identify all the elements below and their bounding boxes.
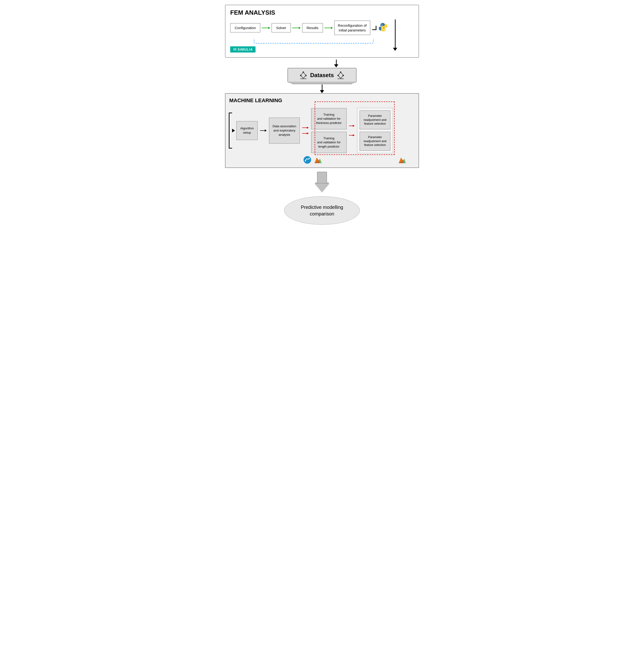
training-thickness-box: Training and validation for thickness pr… <box>311 108 347 130</box>
svg-line-11 <box>301 72 303 75</box>
training-column: Training and validation for thickness pr… <box>311 108 347 153</box>
datasets-section: Datasets <box>288 67 356 83</box>
ml-title: MACHINE LEARNING <box>229 97 415 103</box>
svg-line-13 <box>301 75 303 78</box>
left-feedback-arrowhead <box>232 129 235 133</box>
reconfig-arrow-down <box>372 26 376 30</box>
svg-point-6 <box>382 25 382 26</box>
ml-icons-left <box>303 156 322 164</box>
configuration-box: Configuration <box>230 23 260 32</box>
training-length-box: Training and validation for length predi… <box>311 132 347 153</box>
arrow-to-length <box>302 132 309 135</box>
fem-flow-wrapper: Configuration Solver Results Reconf <box>230 21 414 45</box>
ml-icons-right <box>398 156 407 164</box>
svg-line-12 <box>303 72 306 75</box>
svg-line-19 <box>338 72 341 75</box>
simulia-badge: 3S SIMULIA <box>230 46 255 52</box>
svg-marker-1 <box>268 27 270 29</box>
matlab-icon-left <box>314 156 322 164</box>
param-box-1: Parameter readjustment and feature selec… <box>360 111 390 130</box>
arrow-to-thickness <box>302 126 309 129</box>
solver-box: Solver <box>272 23 291 32</box>
reconfig-to-datasets-arrow <box>393 19 397 51</box>
arrow-fem-to-datasets <box>306 60 338 67</box>
svg-marker-31 <box>353 125 355 127</box>
ml-flow: Algorithm setup Data association and exp… <box>236 108 415 153</box>
arrows-to-params <box>349 124 355 137</box>
fem-analysis-box: FEM ANALYSIS Configuration Solver Result… <box>225 5 419 58</box>
algo-label: Algorithm setup <box>240 126 254 135</box>
ml-box: MACHINE LEARNING Algorithm setup Data as… <box>225 93 419 168</box>
training-length-label: Training and validation for length predi… <box>317 136 341 149</box>
blue-dashed-feedback <box>230 39 414 45</box>
dataset-icon-left <box>300 71 307 79</box>
sklearn-icon <box>303 156 312 164</box>
param-box-2: Parameter readjustment and feature selec… <box>360 132 390 151</box>
ds-text: 3S <box>233 48 236 51</box>
svg-marker-25 <box>265 130 267 132</box>
dataset-icon-right <box>337 71 344 79</box>
svg-point-34 <box>303 156 311 164</box>
svg-line-21 <box>338 75 341 78</box>
simulia-text: SIMULIA <box>237 48 253 51</box>
matlab-icon-right <box>398 156 407 164</box>
arrow-results-to-reconfig <box>324 26 333 30</box>
reconfig-box: Reconfiguration ofinitial parameters <box>334 21 370 35</box>
data-assoc-box: Data association and exploratory analysi… <box>269 118 300 144</box>
arrow-len-to-param2 <box>349 134 355 137</box>
arrow-split <box>302 126 309 135</box>
algo-setup-box: Algorithm setup <box>236 121 258 140</box>
big-arrow-to-output <box>315 172 329 192</box>
training-thickness-label: Training and validation for thickness pr… <box>316 113 342 125</box>
datasets-box: Datasets <box>288 68 356 83</box>
arrow-datasets-to-ml <box>320 85 324 93</box>
param-boxes: Parameter readjustment and feature selec… <box>360 111 390 151</box>
arrow-solver-to-results <box>292 26 301 30</box>
svg-point-35 <box>305 160 306 162</box>
main-diagram: FEM ANALYSIS Configuration Solver Result… <box>225 5 419 225</box>
svg-marker-3 <box>299 27 301 29</box>
svg-marker-29 <box>307 133 309 134</box>
python-icon <box>378 22 388 33</box>
param-label-2: Parameter readjustment and feature selec… <box>364 135 387 147</box>
arrow-config-to-solver <box>262 26 270 30</box>
results-box: Results <box>302 23 323 32</box>
arrow-thick-to-param1 <box>349 124 355 127</box>
svg-line-20 <box>341 72 343 75</box>
fem-title: FEM ANALYSIS <box>230 9 414 16</box>
data-assoc-label: Data association and exploratory analysi… <box>273 124 296 137</box>
svg-marker-27 <box>307 127 309 129</box>
param-label-1: Parameter readjustment and feature selec… <box>364 114 387 126</box>
output-label: Predictive modelling comparison <box>301 204 343 217</box>
arrow-algo-to-dataassoc <box>260 129 267 133</box>
output-ellipse: Predictive modelling comparison <box>284 196 360 225</box>
datasets-label: Datasets <box>310 72 334 78</box>
svg-point-7 <box>384 29 385 30</box>
svg-line-22 <box>341 75 343 78</box>
svg-marker-33 <box>353 134 355 136</box>
svg-marker-5 <box>331 27 333 29</box>
fem-flow: Configuration Solver Results Reconf <box>230 21 414 35</box>
param-section: Parameter readjustment and feature selec… <box>357 108 393 153</box>
left-feedback-bracket <box>229 113 232 148</box>
svg-point-36 <box>309 158 310 159</box>
svg-line-14 <box>303 75 306 78</box>
fem-bottom-row: 3S SIMULIA <box>230 46 414 52</box>
